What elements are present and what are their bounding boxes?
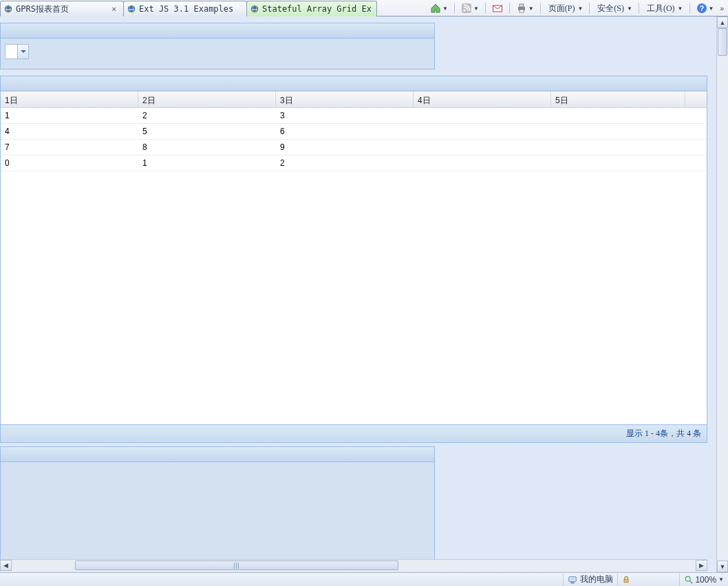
grid-column-header[interactable]: 5日 [551,91,685,107]
status-zone[interactable]: 我的电脑 [563,574,617,586]
chevron-down-icon: ▼ [442,6,448,12]
print-button[interactable]: ▼ [514,1,536,15]
scroll-down-button[interactable]: ▼ [717,561,728,572]
lower-panel [0,446,435,570]
table-row[interactable]: 123 [1,108,707,124]
grid-cell [551,124,685,139]
grid-column-header[interactable]: 2日 [138,91,276,107]
table-row[interactable]: 789 [1,140,707,155]
lower-panel-header [1,447,434,462]
svg-rect-15 [571,582,575,583]
filter-combo-input[interactable] [5,44,17,59]
grid-cell [414,155,551,171]
svg-point-0 [5,6,12,13]
grid-column-headers: 1日2日3日4日5日 [1,91,707,108]
data-grid-header [1,76,707,91]
table-row[interactable]: 456 [1,124,707,140]
close-icon[interactable]: × [111,5,118,13]
data-grid-panel: 1日2日3日4日5日 123456789012 显示 1 - 4条，共 4 条 [0,76,707,443]
browser-tab-1[interactable]: Ext JS 3.1 Examples [123,1,247,17]
grid-cell: 9 [276,140,414,155]
ie-icon [127,4,136,14]
home-icon [430,3,441,14]
chevron-down-icon: ▼ [718,576,724,583]
grid-column-header[interactable]: 3日 [276,91,414,107]
chevron-down-icon: ▼ [709,6,714,12]
grid-cell: 7 [1,140,138,155]
safety-menu[interactable]: 安全(S) ▼ [594,1,634,15]
page-menu-label: 页面(P) [547,3,577,14]
grid-paging-toolbar: 显示 1 - 4条，共 4 条 [1,424,707,442]
filter-combo-trigger[interactable] [17,44,29,59]
svg-rect-16 [624,579,628,583]
separator [509,3,510,14]
grid-column-header[interactable]: 1日 [1,91,138,107]
h-scrollbar-track[interactable] [12,560,696,571]
toolbar-overflow-icon[interactable]: » [718,5,725,12]
command-bar: ▼ ▼ ▼ 页面(P) ▼ 安全(S) ▼ 工具(O) ▼ [428,0,725,17]
grid-cell: 5 [138,124,276,139]
tools-menu-label: 工具(O) [645,3,676,14]
status-protected-mode[interactable] [617,574,679,586]
computer-icon [568,575,577,585]
svg-rect-11 [520,10,524,12]
separator [454,3,455,14]
vertical-scrollbar[interactable]: ▲ ▼ [716,17,728,572]
chevron-down-icon: ▼ [528,6,534,12]
scroll-left-button[interactable]: ◀ [0,560,12,571]
svg-text:?: ? [699,5,703,12]
page-viewport: 1日2日3日4日5日 123456789012 显示 1 - 4条，共 4 条 … [0,17,728,572]
help-button[interactable]: ? ▼ [694,1,716,15]
filter-panel [0,23,435,69]
magnifier-icon [684,575,694,585]
table-row[interactable]: 012 [1,155,707,171]
status-zoom[interactable]: 100% ▼ [679,574,728,586]
grid-cell: 8 [138,140,276,155]
grid-paging-display: 显示 1 - 4条，共 4 条 [626,428,701,440]
browser-tab-2-label: Stateful Array Grid Ex... [262,4,371,14]
chevron-down-icon: ▼ [473,6,479,12]
status-zone-label: 我的电脑 [580,574,613,585]
browser-tab-0[interactable]: GPRS报表首页 × [0,1,124,17]
grid-column-filler [685,91,707,107]
home-button[interactable]: ▼ [428,1,450,15]
browser-tab-strip: GPRS报表首页 × Ext JS 3.1 Examples Stateful … [0,0,728,17]
feeds-button[interactable]: ▼ [459,1,481,15]
browser-tab-2[interactable]: Stateful Array Grid Ex... [246,1,377,17]
chevron-down-icon: ▼ [678,6,683,12]
v-scrollbar-thumb[interactable] [718,28,727,56]
separator [689,3,690,14]
grid-cell [414,124,551,139]
grid-cell [551,108,685,123]
print-icon [516,3,527,14]
grid-column-header[interactable]: 4日 [414,91,551,107]
separator [540,3,541,14]
filter-combo[interactable] [5,44,430,59]
grid-body: 123456789012 [1,108,707,171]
separator [639,3,639,14]
status-zoom-label: 100% [695,575,716,585]
status-bar: 我的电脑 100% ▼ [0,572,728,586]
tools-menu[interactable]: 工具(O) ▼ [643,1,685,15]
grid-cell: 2 [138,108,276,123]
safety-menu-label: 安全(S) [596,3,625,14]
page-menu[interactable]: 页面(P) ▼ [545,1,586,15]
h-scrollbar-thumb[interactable] [75,561,398,570]
grid-cell [551,140,685,155]
ie-icon [3,4,13,14]
browser-tab-0-label: GPRS报表首页 [16,3,69,15]
separator [589,3,590,14]
readmail-button[interactable] [490,1,505,15]
grid-cell [551,155,685,171]
scroll-up-button[interactable]: ▲ [717,17,728,28]
help-icon: ? [696,3,707,14]
separator [485,3,486,14]
lock-icon [622,576,630,584]
chevron-down-icon: ▼ [577,6,583,12]
svg-point-7 [463,10,465,12]
scroll-right-button[interactable]: ▶ [696,560,707,571]
horizontal-scrollbar[interactable]: ◀ ▶ [0,559,707,571]
v-scrollbar-track[interactable] [717,28,728,561]
browser-tab-1-label: Ext JS 3.1 Examples [139,4,233,14]
grid-cell: 1 [138,155,276,171]
